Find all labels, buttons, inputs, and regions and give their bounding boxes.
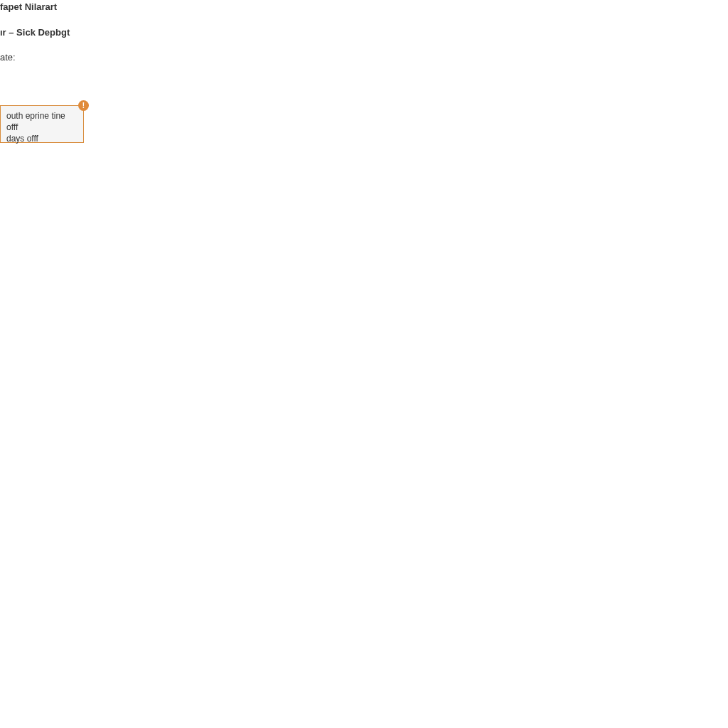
page-title: fapet Nilarart	[0, 1, 57, 12]
warning-text-line1: outh eprine tine offf	[6, 110, 77, 133]
warning-box[interactable]: ! outh eprine tine offf days offf	[0, 105, 84, 143]
warning-icon: !	[78, 100, 89, 111]
section-subtitle: ır – Sick Depbgt	[0, 27, 70, 38]
date-label: ate:	[0, 52, 16, 63]
warning-text-line2: days offf	[6, 133, 77, 144]
